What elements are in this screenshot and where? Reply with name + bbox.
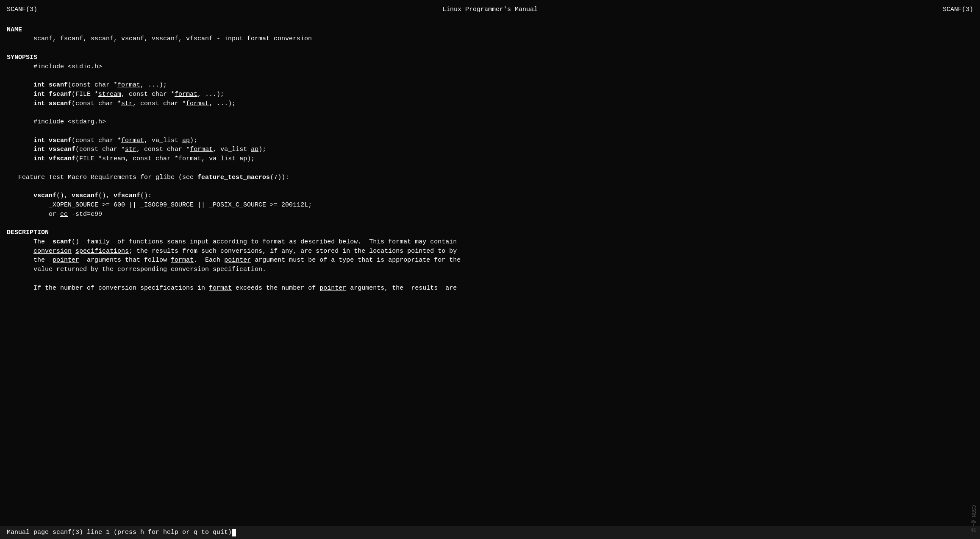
section-name-title: NAME [7, 25, 973, 35]
header-center: Linux Programmer's Manual [442, 5, 538, 14]
synopsis-vscanf-list: vscanf(), vsscanf(), vfscanf(): [7, 191, 973, 201]
header-right: SCANF(3) [943, 5, 973, 14]
status-text: Manual page scanf(3) line 1 (press h for… [7, 528, 232, 537]
synopsis-line-5: #include <stdarg.h> [7, 117, 973, 127]
synopsis-line-7: int vsscanf(const char *str, const char … [7, 145, 973, 154]
status-bar: Manual page scanf(3) line 1 (press h for… [0, 526, 980, 539]
watermark: CSDN @张- [969, 505, 977, 526]
synopsis-line-2: int scanf(const char *format, ...); [7, 81, 973, 90]
description-line-1: The scanf() family of functions scans in… [7, 237, 973, 247]
synopsis-line-8: int vfscanf(FILE *stream, const char *fo… [7, 154, 973, 164]
terminal-cursor [232, 529, 236, 536]
synopsis-line-6: int vscanf(const char *format, va_list a… [7, 136, 973, 145]
terminal-window: SCANF(3) Linux Programmer's Manual SCANF… [0, 0, 980, 539]
description-line-3: the pointer arguments that follow format… [7, 256, 973, 265]
description-line-4: value returned by the corresponding conv… [7, 265, 973, 274]
synopsis-line-4: int sscanf(const char *str, const char *… [7, 99, 973, 109]
section-description-title: DESCRIPTION [7, 228, 973, 237]
synopsis-feature-test: Feature Test Macro Requirements for glib… [7, 173, 973, 182]
man-page-header: SCANF(3) Linux Programmer's Manual SCANF… [0, 3, 980, 16]
man-page-content: NAME scanf, fscanf, sscanf, vscanf, vssc… [0, 16, 980, 293]
synopsis-line-3: int fscanf(FILE *stream, const char *for… [7, 90, 973, 99]
synopsis-line-1: #include <stdio.h> [7, 62, 973, 72]
synopsis-or-cc: or cc -std=c99 [7, 210, 973, 219]
section-synopsis-title: SYNOPSIS [7, 53, 973, 62]
section-name-content: scanf, fscanf, sscanf, vscanf, vsscanf, … [7, 34, 973, 44]
header-left: SCANF(3) [7, 5, 37, 14]
description-line-5: If the number of conversion specificatio… [7, 284, 973, 293]
description-line-2: conversion specifications; the results f… [7, 247, 973, 256]
synopsis-xopen: _XOPEN_SOURCE >= 600 || _ISOC99_SOURCE |… [7, 201, 973, 210]
